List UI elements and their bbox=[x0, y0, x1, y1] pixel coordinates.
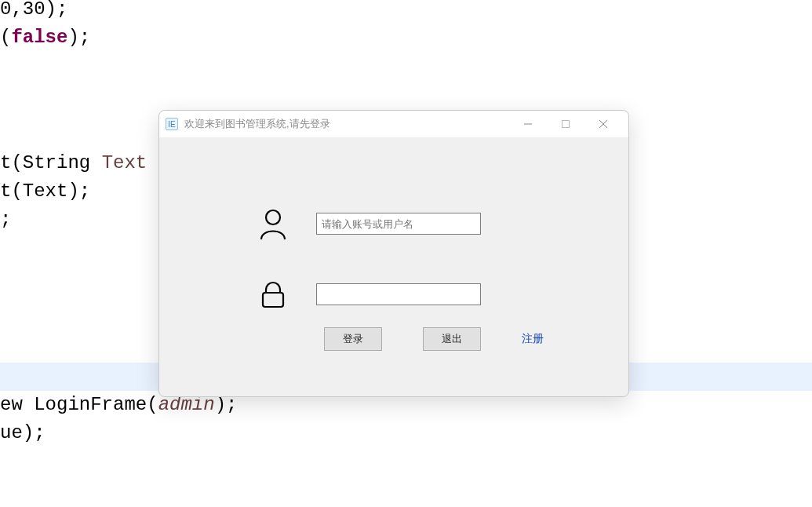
code-line: 0,30); bbox=[0, 0, 67, 24]
register-link[interactable]: 注册 bbox=[522, 332, 544, 346]
password-input[interactable] bbox=[316, 283, 481, 305]
lock-icon bbox=[253, 279, 293, 310]
login-dialog: IE 欢迎来到图书管理系统,请先登录 bbox=[158, 110, 629, 397]
login-button[interactable]: 登录 bbox=[324, 327, 382, 351]
code-line: (false); bbox=[0, 24, 90, 52]
code-line: ​; bbox=[0, 206, 11, 234]
code-line: ​t(String Text bbox=[0, 149, 147, 177]
svg-rect-5 bbox=[263, 293, 283, 307]
maximize-button[interactable] bbox=[547, 111, 584, 137]
svg-point-4 bbox=[266, 210, 280, 224]
titlebar: IE 欢迎来到图书管理系统,请先登录 bbox=[159, 111, 628, 137]
user-icon bbox=[253, 208, 293, 239]
exit-button[interactable]: 退出 bbox=[423, 327, 481, 351]
app-icon: IE bbox=[166, 118, 178, 130]
username-input[interactable] bbox=[316, 213, 481, 235]
window-title: 欢迎来到图书管理系统,请先登录 bbox=[184, 117, 509, 131]
minimize-button[interactable] bbox=[509, 111, 547, 137]
close-button[interactable] bbox=[584, 111, 622, 137]
code-line: ​t(Text); bbox=[0, 177, 90, 206]
code-line: ​ue); bbox=[0, 419, 46, 447]
svg-rect-1 bbox=[563, 121, 570, 128]
